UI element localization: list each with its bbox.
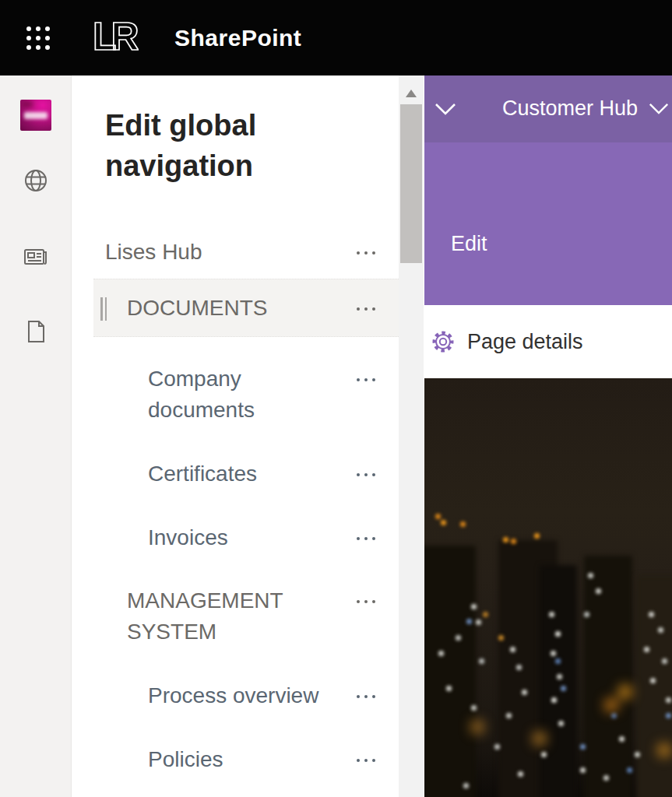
nav-item-process-overview[interactable]: Process overview	[93, 677, 399, 711]
photo-building	[584, 556, 632, 797]
nav-item-company-documents[interactable]: Company documents	[93, 360, 399, 395]
svg-text:LR: LR	[93, 15, 139, 58]
nav-item-label: Lises Hub	[105, 237, 202, 268]
drag-handle-icon[interactable]	[100, 297, 110, 321]
nav-item-label: Company documents	[148, 363, 280, 426]
hub-name[interactable]: Customer Hub	[502, 97, 638, 121]
nav-item-label: Invoices	[148, 522, 228, 553]
page-icon[interactable]	[23, 318, 49, 345]
more-button[interactable]	[350, 596, 382, 607]
globe-icon[interactable]	[23, 167, 49, 194]
more-button[interactable]	[350, 469, 382, 480]
scrollbar-thumb[interactable]	[400, 104, 422, 263]
nav-item-label: Policies	[148, 744, 223, 775]
nav-item-label: DOCUMENTS	[127, 293, 267, 324]
panel-title: Edit global navigation	[105, 105, 347, 186]
more-button[interactable]	[350, 533, 382, 544]
scrollbar[interactable]	[399, 75, 424, 797]
nav-item-lises-hub[interactable]: Lises Hub	[93, 233, 399, 268]
more-button[interactable]	[350, 248, 382, 258]
photo-building	[636, 575, 672, 797]
app-launcher-waffle-icon[interactable]	[25, 26, 51, 51]
nav-item-invoices[interactable]: Invoices	[93, 519, 399, 553]
news-icon[interactable]	[23, 244, 49, 270]
more-button[interactable]	[350, 755, 382, 766]
site-header-purple: Edit	[424, 142, 672, 305]
scrollbar-up-arrow-icon[interactable]	[406, 90, 417, 97]
nav-item-policies[interactable]: Policies	[93, 741, 399, 775]
page-details-button[interactable]: Page details	[424, 305, 672, 378]
chevron-down-icon[interactable]	[434, 102, 457, 116]
more-button[interactable]	[350, 304, 382, 314]
nav-item-label: Certificates	[148, 458, 257, 490]
chevron-down-icon[interactable]	[648, 102, 670, 115]
app-bar: LR SharePoint	[0, 0, 672, 75]
nav-item-management-system[interactable]: MANAGEMENT SYSTEM	[93, 582, 399, 616]
page-banner-photo	[424, 378, 672, 797]
nav-item-certificates[interactable]: Certificates	[93, 455, 399, 490]
nav-item-label: Process overview	[148, 680, 318, 711]
lr-logo-icon[interactable]: LR	[90, 14, 139, 62]
more-button[interactable]	[350, 691, 382, 702]
edit-global-navigation-panel: Edit global navigation Lises Hub DOCUMEN…	[72, 75, 399, 797]
photo-building	[540, 565, 577, 797]
product-name: SharePoint	[174, 25, 301, 51]
left-rail	[0, 75, 72, 797]
gear-icon	[431, 329, 456, 354]
hub-nav-bar: Customer Hub	[424, 75, 672, 142]
nav-item-label: MANAGEMENT SYSTEM	[127, 585, 322, 648]
nav-item-documents[interactable]: DOCUMENTS	[93, 279, 399, 337]
edit-navigation-link[interactable]: Edit	[451, 232, 487, 256]
site-content: Customer Hub Edit Page details	[424, 75, 672, 797]
more-button[interactable]	[350, 374, 382, 385]
site-thumbnail[interactable]	[20, 100, 51, 131]
photo-building	[424, 546, 476, 797]
page-details-label: Page details	[467, 330, 583, 354]
